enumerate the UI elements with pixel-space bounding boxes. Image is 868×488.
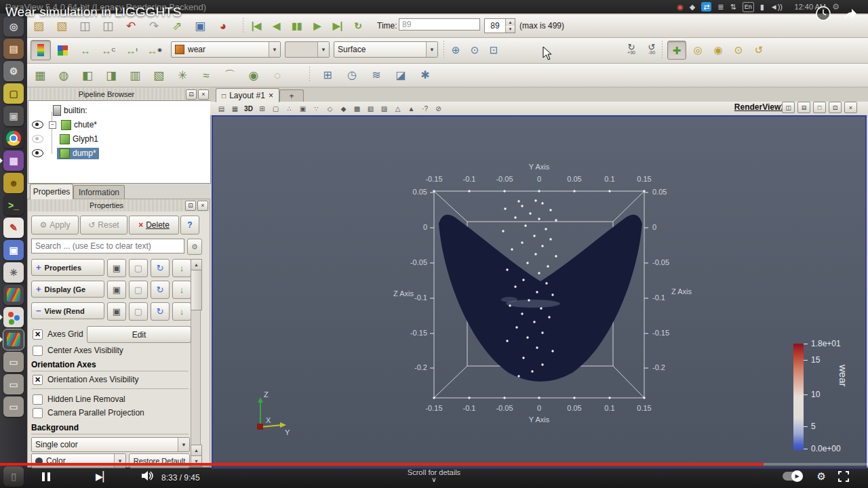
reset-center-icon[interactable]: ⊙: [730, 41, 747, 58]
save-as-default-icon[interactable]: ↓: [172, 259, 191, 277]
pipeline-item-body[interactable]: dump*: [57, 148, 99, 159]
select-cells-rect-icon[interactable]: ▢: [270, 103, 281, 114]
group-datasets-filter-icon[interactable]: ◉: [245, 66, 262, 84]
quartile-chart-icon[interactable]: ◪: [392, 66, 410, 84]
pipeline-item-builtin[interactable]: builtin:: [28, 104, 208, 117]
edit-colormap-button[interactable]: [54, 41, 71, 59]
keyboard-layout-indicator[interactable]: En: [743, 2, 754, 12]
copy-icon[interactable]: ▣: [107, 281, 126, 299]
scroll-up-button[interactable]: ▲: [191, 259, 202, 270]
save-as-default-icon[interactable]: ↓: [172, 302, 191, 321]
close-dock-button[interactable]: ×: [197, 201, 208, 211]
glyph-filter-icon[interactable]: ✳: [174, 66, 191, 84]
search-options-button[interactable]: ⚙: [187, 239, 202, 255]
split-horizontal-button[interactable]: ◫: [782, 102, 795, 113]
pipeline-browser-tree[interactable]: builtin:−chute*Glyph1dump*: [28, 100, 211, 184]
warp-filter-icon[interactable]: ⌒: [221, 66, 239, 84]
color-array-combo[interactable]: wear ▼: [171, 41, 281, 58]
zoom-to-data-icon[interactable]: ⊙: [467, 41, 483, 58]
terminal-icon[interactable]: >_: [3, 195, 24, 216]
frame-spinner[interactable]: 89 ▲▼: [484, 18, 515, 33]
reset-camera-icon[interactable]: ⊕: [448, 41, 464, 58]
copy-icon[interactable]: ▣: [107, 259, 126, 277]
rescale-data-range-icon[interactable]: ↔: [76, 41, 95, 59]
visibility-eye-icon[interactable]: [32, 149, 43, 157]
reset-to-default-icon[interactable]: ↻: [151, 281, 170, 299]
paste-icon[interactable]: ▢: [129, 302, 148, 321]
media-tracks-icon[interactable]: [3, 285, 24, 305]
app-indicator-icon[interactable]: ◆: [690, 3, 695, 11]
adjust-camera-icon[interactable]: ⊞: [256, 103, 268, 114]
first-frame-button[interactable]: |◀: [247, 16, 266, 35]
section-properties-button[interactable]: +Properties: [31, 259, 104, 276]
battery-icon[interactable]: ▮: [760, 3, 764, 11]
component-combo[interactable]: ▼: [285, 41, 330, 58]
render-view-title[interactable]: RenderView1: [734, 102, 785, 112]
previous-frame-button[interactable]: ◀: [267, 16, 286, 35]
select-polygon-points-icon[interactable]: ◆: [338, 103, 349, 114]
close-dock-button[interactable]: ×: [198, 89, 209, 100]
drawing-app-icon[interactable]: ✎: [3, 218, 24, 238]
render-viewport[interactable]: Z X Y Y Axis Y Axis Z Axis Z Axis -0.15-…: [212, 115, 867, 469]
section-view-button[interactable]: −View (Rend: [31, 302, 104, 319]
workspace-icon-1[interactable]: ▭: [3, 352, 24, 372]
maximize-view-button[interactable]: □: [813, 102, 826, 113]
network-transfer-icon[interactable]: ⇅: [730, 3, 736, 11]
workspace-icon-3[interactable]: ▭: [3, 396, 24, 417]
pause-button[interactable]: ▮▮: [288, 16, 307, 35]
apply-button[interactable]: ⚙ Apply: [31, 216, 79, 235]
hover-points-icon[interactable]: ▲: [406, 103, 417, 114]
select-frustum-points-icon[interactable]: ∵: [311, 103, 322, 114]
center-axes-checkbox[interactable]: [33, 346, 43, 356]
text-editor-icon[interactable]: ▢: [3, 83, 24, 104]
close-tab-icon[interactable]: ×: [269, 91, 273, 100]
last-frame-button[interactable]: ▶|: [328, 16, 347, 35]
toggle-interaction-mode-icon[interactable]: 3D: [243, 103, 254, 114]
hidden-line-checkbox[interactable]: [33, 394, 43, 405]
stream-tracer-filter-icon[interactable]: ≈: [197, 66, 215, 84]
contour-filter-icon[interactable]: ◍: [55, 66, 73, 84]
select-polygon-cells-icon[interactable]: ◇: [324, 103, 336, 114]
screenshot-icon[interactable]: ▣: [191, 17, 209, 35]
copy-icon[interactable]: ▣: [107, 302, 126, 321]
clip-filter-icon[interactable]: ◧: [79, 66, 96, 84]
axis-align-icon[interactable]: ✱: [416, 66, 434, 84]
time-value-field[interactable]: [399, 18, 480, 30]
screenshot-tool-icon[interactable]: ▣: [3, 106, 24, 126]
show-center-icon[interactable]: ◎: [689, 41, 707, 58]
rotate-cw-button[interactable]: ↺-90: [643, 41, 660, 58]
share-icon[interactable]: [842, 5, 859, 22]
tree-expander[interactable]: −: [49, 121, 56, 129]
animation-inspector-icon[interactable]: ◷: [343, 66, 361, 84]
select-points-rect-icon[interactable]: ∴: [283, 103, 295, 114]
colormap-toggle-button[interactable]: [31, 40, 51, 60]
delete-button[interactable]: × Delete: [129, 216, 179, 235]
camera-undo-icon[interactable]: ↺: [750, 41, 768, 58]
web-app-icon[interactable]: ✳: [3, 262, 24, 283]
video-settings-gear-icon[interactable]: ⚙: [817, 470, 826, 483]
select-frustum-cells-icon[interactable]: ▣: [297, 103, 309, 114]
representation-combo[interactable]: Surface ▼: [334, 41, 438, 58]
paste-icon[interactable]: ▢: [129, 259, 148, 277]
close-view-button[interactable]: ×: [844, 102, 857, 113]
help-button[interactable]: ?: [180, 216, 199, 235]
split-vertical-button[interactable]: ⊟: [797, 102, 810, 113]
pick-center-icon[interactable]: ◉: [709, 41, 727, 58]
threshold-filter-icon[interactable]: ▥: [126, 66, 144, 84]
show-orientation-axes-toggle[interactable]: ✚: [667, 41, 686, 60]
reset-to-default-icon[interactable]: ↻: [151, 259, 170, 277]
watch-later-icon[interactable]: [815, 5, 831, 22]
section-display-button[interactable]: +Display (Ge: [31, 281, 104, 298]
molecule-app-icon[interactable]: [3, 307, 24, 327]
software-center-icon[interactable]: ▦: [3, 150, 24, 171]
float-dock-button[interactable]: ⊡: [186, 89, 197, 100]
files-icon[interactable]: ▤: [3, 39, 24, 59]
export-view-icon[interactable]: ▤: [216, 103, 227, 114]
fullscreen-icon[interactable]: [838, 471, 849, 482]
spin-down-icon[interactable]: ▼: [506, 26, 515, 33]
play-button[interactable]: ▶: [308, 16, 327, 35]
pipeline-item-body[interactable]: builtin:: [50, 104, 90, 117]
search-input[interactable]: [31, 239, 184, 253]
pipeline-item-body[interactable]: chute*: [58, 119, 100, 131]
volume-icon[interactable]: ◄)): [770, 3, 783, 11]
